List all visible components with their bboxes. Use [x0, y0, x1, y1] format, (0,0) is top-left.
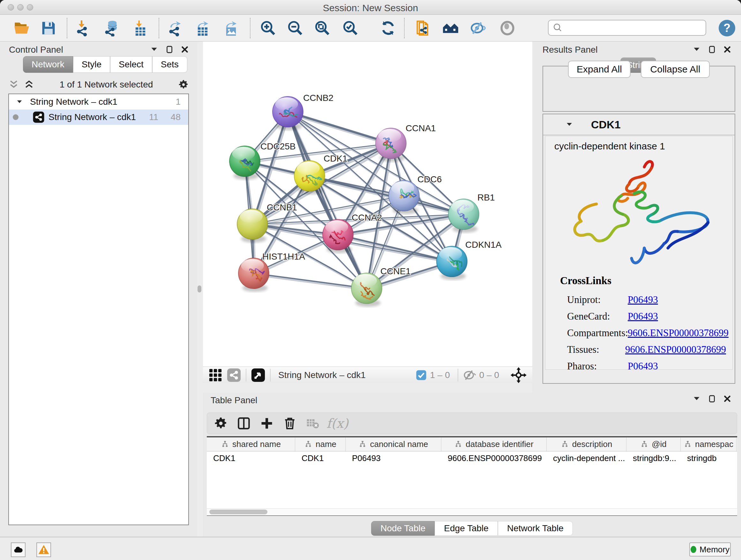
tab-select[interactable]: Select: [110, 56, 152, 73]
grid-view-icon[interactable]: [208, 368, 223, 382]
control-panel-tabs: Network Style Select Sets: [23, 56, 187, 73]
column-header--id[interactable]: @id: [626, 437, 681, 451]
crosslink-row: Pharos:P06493: [567, 358, 726, 370]
tab-network[interactable]: Network: [23, 56, 73, 73]
import-table-icon[interactable]: [131, 19, 149, 37]
table-tabs: Node Table Edge Table Network Table: [203, 521, 741, 536]
network-node-CCNA1[interactable]: CCNA1: [376, 123, 436, 162]
left-splitter-handle[interactable]: [198, 286, 201, 293]
close-panel-icon[interactable]: [723, 395, 731, 403]
collection-expand-icon[interactable]: [16, 98, 23, 105]
column-header-database-identifier[interactable]: database identifier: [441, 437, 547, 451]
node-label-RB1: RB1: [477, 192, 495, 202]
float-panel-icon[interactable]: [150, 45, 158, 54]
network-canvas[interactable]: CCNB2CCNA1CDC25BCDK1CDC6RB1CCNB1CCNA2CDK…: [203, 42, 532, 367]
collapse-section-icon[interactable]: [565, 121, 573, 128]
table-row[interactable]: CDK1CDK1P064939606.ENSP00000378699cyclin…: [207, 451, 737, 463]
protein-structure-image: [549, 153, 731, 272]
maximize-panel-icon[interactable]: [708, 45, 716, 54]
table-options-gear-icon[interactable]: [212, 415, 230, 432]
column-header-name[interactable]: name: [295, 437, 346, 451]
crosslink-link[interactable]: P06493: [628, 311, 658, 322]
crosslink-link[interactable]: P06493: [628, 294, 658, 306]
network-node-RB1[interactable]: RB1: [448, 192, 495, 233]
maximize-panel-icon[interactable]: [165, 45, 174, 54]
search-field[interactable]: [548, 20, 706, 36]
create-column-icon[interactable]: [258, 415, 276, 432]
scrollbar-thumb[interactable]: [209, 509, 267, 514]
expand-all-button[interactable]: Expand All: [568, 61, 630, 78]
show-graphics-icon[interactable]: [498, 19, 516, 37]
table-toolbar: f(x): [207, 413, 737, 434]
tab-node-table[interactable]: Node Table: [371, 521, 434, 536]
cloud-status-button[interactable]: [11, 543, 25, 557]
zoom-out-icon[interactable]: [286, 19, 304, 37]
maximize-panel-icon[interactable]: [708, 395, 716, 403]
crosslink-row: Tissues:9606.ENSP00000378699: [567, 341, 726, 358]
export-image-icon[interactable]: [222, 19, 240, 37]
table-horizontal-scrollbar[interactable]: [207, 508, 737, 515]
help-icon[interactable]: ?: [719, 20, 735, 37]
neighborhood-houses-icon[interactable]: [442, 19, 460, 37]
protein-details: cyclin-dependent kinase 1: [545, 136, 733, 370]
import-network-file-icon[interactable]: [74, 19, 92, 37]
zoom-in-icon[interactable]: [259, 19, 277, 37]
crosslink-link[interactable]: 9606.ENSP00000378699: [625, 344, 726, 355]
window-title: Session: New Session: [0, 3, 741, 13]
zoom-fit-icon[interactable]: [313, 19, 331, 37]
status-bar: Memory: [0, 537, 741, 560]
search-input[interactable]: [566, 23, 705, 33]
title-bar: Session: New Session: [0, 0, 741, 15]
cloud-icon: [13, 544, 23, 555]
tab-network-table[interactable]: Network Table: [498, 521, 573, 536]
export-table-icon[interactable]: [194, 19, 212, 37]
column-header-namespac[interactable]: namespac: [681, 437, 737, 451]
export-network-icon[interactable]: [166, 19, 184, 37]
delete-column-icon[interactable]: [280, 415, 299, 432]
network-table-splitter[interactable]: [203, 383, 534, 393]
protein-section-header[interactable]: CDK1: [543, 114, 735, 135]
network-row[interactable]: String Network – cdk1 11 48: [9, 110, 188, 125]
crosslink-link[interactable]: 9606.ENSP00000378699: [628, 327, 729, 339]
tab-edge-table[interactable]: Edge Table: [434, 521, 498, 536]
column-header-description[interactable]: description: [547, 437, 626, 451]
collapse-all-button[interactable]: Collapse All: [641, 61, 710, 78]
network-thumbnail-icon[interactable]: [226, 368, 241, 382]
tab-style[interactable]: Style: [73, 56, 110, 73]
network-node-HIST1H1A[interactable]: HIST1H1A: [239, 252, 305, 292]
open-session-icon[interactable]: [13, 19, 30, 37]
network-edge-count: 48: [171, 112, 181, 122]
network-collection-row[interactable]: String Network – cdk1 1: [9, 94, 188, 110]
table-cell: stringdb:9...: [626, 451, 681, 463]
column-header-canonical-name[interactable]: canonical name: [346, 437, 441, 451]
annotation-document-icon[interactable]: [414, 19, 432, 37]
import-network-database-icon[interactable]: [103, 19, 121, 37]
show-columns-icon[interactable]: [234, 415, 253, 432]
collapse-all-networks-icon[interactable]: [8, 79, 19, 90]
table-cell: CDK1: [207, 451, 295, 463]
column-header-shared-name[interactable]: shared name: [207, 437, 295, 451]
toolbar-divider: [250, 18, 251, 38]
crosslink-link[interactable]: P06493: [628, 361, 658, 370]
hide-graphics-icon[interactable]: [469, 19, 487, 37]
expand-all-networks-icon[interactable]: [23, 79, 35, 90]
zoom-selected-icon[interactable]: [341, 19, 359, 37]
network-selection-status: 1 of 1 Network selected: [35, 79, 178, 90]
results-panel-title: Results Panel: [542, 45, 598, 55]
tab-sets[interactable]: Sets: [152, 56, 187, 73]
close-panel-icon[interactable]: [181, 45, 189, 54]
warnings-button[interactable]: [37, 543, 51, 557]
memory-button[interactable]: Memory: [689, 543, 731, 557]
network-node-CDKN1A[interactable]: CDKN1A: [436, 240, 502, 280]
refresh-icon[interactable]: [379, 19, 397, 37]
close-panel-icon[interactable]: [723, 45, 731, 54]
selected-nodes-checkbox-icon[interactable]: [416, 370, 427, 381]
birds-eye-view-icon[interactable]: [251, 368, 266, 382]
float-panel-icon[interactable]: [692, 395, 701, 403]
table-header-row: shared namenamecanonical namedatabase id…: [207, 437, 737, 451]
float-panel-icon[interactable]: [692, 45, 701, 54]
fit-content-crosshair-icon[interactable]: [511, 367, 527, 383]
network-options-gear-icon[interactable]: [178, 79, 189, 90]
crosslinks-heading: CrossLinks: [560, 275, 611, 287]
save-session-icon[interactable]: [40, 19, 57, 37]
